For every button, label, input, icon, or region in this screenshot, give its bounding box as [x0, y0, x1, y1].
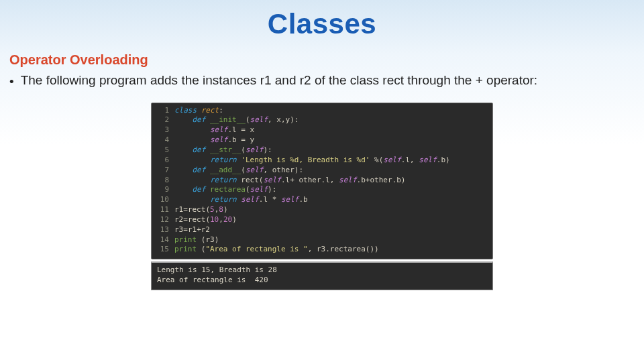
- code-line: 2 def __init__(self, x,y):: [154, 115, 487, 125]
- code-token: ,: [263, 166, 272, 176]
- code-line: 11r1=rect(5,8): [154, 205, 487, 215]
- code-token: return: [210, 195, 237, 205]
- code-token: ,: [330, 176, 339, 186]
- line-number: 9: [154, 185, 169, 195]
- code-token: .: [227, 125, 232, 135]
- code-token: def: [193, 166, 206, 176]
- code-token: .: [259, 195, 264, 205]
- code-token: (: [259, 176, 264, 186]
- code-token: r1: [174, 205, 183, 215]
- line-number: 6: [154, 156, 169, 166]
- code-token: .: [281, 176, 286, 186]
- code-token: [205, 166, 210, 176]
- code-token: class: [174, 106, 197, 116]
- line-number: 4: [154, 135, 169, 145]
- code-token: rect: [241, 176, 259, 186]
- code-token: def: [193, 145, 206, 156]
- code-line: 8 return rect(self.l+ other.l, self.b+ot…: [154, 176, 487, 186]
- code-token: [197, 106, 201, 116]
- code-token: other: [299, 176, 321, 186]
- code-token: (: [246, 185, 250, 195]
- code-line: 9 def rectarea(self):: [154, 185, 487, 195]
- code-token: ,: [268, 115, 276, 125]
- code-line: 5 def __str__(self):: [154, 145, 487, 156]
- code-token: r3: [317, 245, 325, 255]
- code-token: y: [250, 135, 255, 145]
- code-token: (: [241, 145, 246, 156]
- line-number: 2: [154, 115, 169, 125]
- code-token: [174, 135, 210, 145]
- code-token: def: [193, 185, 206, 195]
- code-token: self: [241, 195, 259, 205]
- code-token: ()): [366, 245, 379, 255]
- code-line: 12r2=rect(10,20): [154, 215, 487, 225]
- code-token: [205, 145, 210, 156]
- code-token: ): [401, 176, 406, 186]
- code-token: [237, 176, 241, 186]
- code-token: ,: [215, 205, 219, 215]
- code-token: l: [405, 156, 410, 166]
- code-token: :: [219, 106, 223, 116]
- line-number: 10: [154, 195, 169, 205]
- code-token: +: [366, 176, 370, 186]
- code-token: __add__: [210, 166, 241, 176]
- line-number: 7: [154, 166, 169, 176]
- bullet-item: • The following program adds the instanc…: [9, 72, 635, 90]
- code-token: self: [250, 115, 268, 125]
- code-token: self: [263, 176, 281, 186]
- code-token: [205, 115, 210, 125]
- code-token: 10: [210, 215, 219, 225]
- code-token: [174, 125, 210, 135]
- code-output: Length is 15, Breadth is 28 Area of rect…: [151, 261, 493, 290]
- code-token: %(: [370, 156, 383, 166]
- code-token: b: [361, 176, 366, 186]
- code-token: b: [396, 176, 401, 186]
- code-token: [174, 166, 193, 176]
- code-token: self: [250, 185, 268, 195]
- code-token: def: [193, 115, 206, 125]
- code-token: .: [299, 195, 303, 205]
- code-token: ):: [263, 145, 272, 156]
- code-token: self: [246, 166, 264, 176]
- bullet-dot-icon: •: [9, 73, 14, 90]
- code-token: ,: [410, 156, 419, 166]
- code-token: other: [272, 166, 294, 176]
- code-token: [237, 156, 241, 166]
- code-token: ,: [219, 215, 223, 225]
- code-token: .: [392, 176, 397, 186]
- line-number: 5: [154, 145, 169, 156]
- code-token: self: [383, 156, 401, 166]
- code-token: __init__: [210, 115, 246, 125]
- code-token: =: [237, 125, 250, 135]
- code-token: other: [370, 176, 392, 186]
- code-token: b: [303, 195, 308, 205]
- code-token: r2: [201, 225, 210, 235]
- code-token: 8: [219, 205, 223, 215]
- code-token: self: [281, 195, 299, 205]
- code-token: print: [174, 245, 197, 255]
- code-token: [174, 185, 193, 195]
- code-line: 13r3=r1+r2: [154, 225, 487, 235]
- code-line: 10 return self.l * self.b: [154, 195, 487, 205]
- line-number: 14: [154, 235, 169, 245]
- code-token: 5: [210, 205, 215, 215]
- code-token: __str__: [210, 145, 241, 156]
- code-token: ): [215, 235, 219, 245]
- code-token: r3: [205, 235, 214, 245]
- bullet-text: The following program adds the instances…: [21, 72, 635, 89]
- code-token: r1: [188, 225, 197, 235]
- code-token: .: [401, 156, 406, 166]
- code-token: "Area of rectangle is ": [205, 245, 307, 255]
- code-token: ):: [268, 185, 276, 195]
- code-token: rect: [188, 215, 206, 225]
- code-token: rect: [201, 106, 219, 116]
- code-token: (: [197, 235, 205, 245]
- code-token: ): [223, 205, 228, 215]
- code-line: 4 self.b = y: [154, 135, 487, 145]
- code-token: b: [232, 135, 237, 145]
- code-token: (: [205, 205, 210, 215]
- line-number: 11: [154, 205, 169, 215]
- code-token: [174, 195, 210, 205]
- code-token: self: [419, 156, 437, 166]
- code-token: [237, 195, 241, 205]
